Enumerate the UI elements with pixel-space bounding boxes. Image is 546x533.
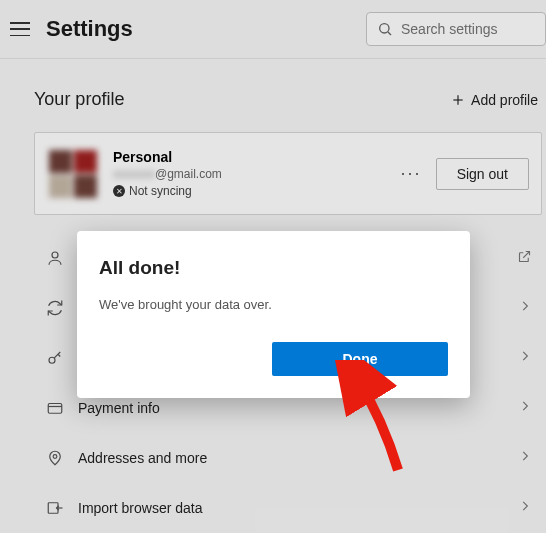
chevron-right-icon	[518, 449, 532, 467]
sign-out-button[interactable]: Sign out	[436, 158, 529, 190]
search-input[interactable]	[401, 21, 535, 37]
all-done-dialog: All done! We've brought your data over. …	[77, 231, 470, 398]
svg-point-0	[380, 24, 389, 33]
row-label: Payment info	[78, 400, 518, 416]
pin-icon	[42, 449, 68, 467]
row-addresses[interactable]: Addresses and more	[34, 433, 544, 483]
dialog-actions: Done	[99, 342, 448, 376]
sync-status-label: Not syncing	[129, 184, 192, 198]
sync-off-icon: ✕	[113, 185, 125, 197]
chevron-right-icon	[518, 299, 532, 317]
chevron-right-icon	[518, 349, 532, 367]
card-icon	[42, 399, 68, 417]
dialog-title: All done!	[99, 257, 448, 279]
external-icon	[517, 249, 532, 268]
person-icon	[42, 249, 68, 267]
row-label: Import browser data	[78, 500, 518, 516]
profile-header: Your profile Add profile	[34, 89, 544, 110]
menu-icon[interactable]	[10, 22, 30, 36]
chevron-right-icon	[518, 399, 532, 417]
svg-point-4	[52, 252, 58, 258]
more-options-button[interactable]: ···	[387, 163, 436, 184]
add-profile-label: Add profile	[471, 92, 538, 108]
page-title: Settings	[46, 16, 133, 42]
svg-point-8	[53, 455, 57, 459]
done-button[interactable]: Done	[272, 342, 448, 376]
add-profile-button[interactable]: Add profile	[451, 92, 538, 108]
import-icon	[42, 499, 68, 517]
plus-icon	[451, 93, 465, 107]
avatar	[49, 150, 97, 198]
row-import[interactable]: Import browser data	[34, 483, 544, 533]
svg-line-1	[388, 32, 391, 35]
chevron-right-icon	[518, 499, 532, 517]
dialog-body: We've brought your data over.	[99, 297, 448, 312]
key-icon	[42, 349, 68, 367]
svg-rect-6	[48, 404, 62, 414]
profile-info: Personal xxxxxxx@gmail.com ✕ Not syncing	[113, 149, 387, 198]
settings-page: Settings Your profile Add profile Person…	[0, 0, 546, 533]
profile-card: Personal xxxxxxx@gmail.com ✕ Not syncing…	[34, 132, 542, 215]
profile-section-title: Your profile	[34, 89, 124, 110]
search-icon	[377, 21, 393, 37]
search-box[interactable]	[366, 12, 546, 46]
top-bar: Settings	[0, 0, 546, 59]
profile-email: xxxxxxx@gmail.com	[113, 167, 387, 181]
row-label: Addresses and more	[78, 450, 518, 466]
profile-name: Personal	[113, 149, 387, 165]
sync-status[interactable]: ✕ Not syncing	[113, 184, 387, 198]
sync-icon	[42, 299, 68, 317]
